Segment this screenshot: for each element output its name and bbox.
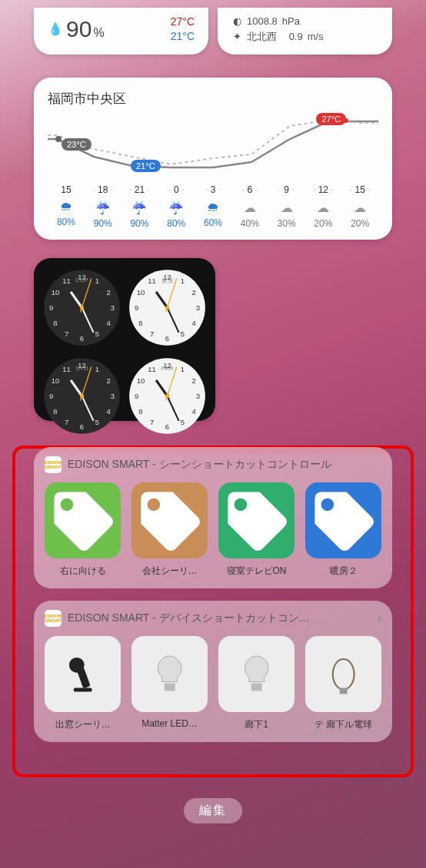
svg-text:2: 2 — [106, 288, 110, 297]
scene-label: 右に向ける — [45, 565, 121, 578]
weather-icon: ☁ — [341, 200, 378, 215]
svg-text:10: 10 — [52, 376, 60, 385]
temp-badge-high: 27°C — [316, 113, 346, 125]
temp-badge-now: 23°C — [62, 138, 92, 151]
precip-prob: 40% — [231, 218, 268, 229]
scene-shortcut-card[interactable]: EDISON SMART EDISON SMART - シーンショートカットコン… — [34, 447, 392, 588]
svg-text:10: 10 — [137, 376, 145, 385]
weather-icon: ☔ — [121, 200, 158, 215]
clock-city-label: 東京 — [127, 277, 208, 285]
hour-column: ・3・ 🌧 60% — [195, 184, 231, 229]
precip-prob: 90% — [85, 218, 121, 229]
chevron-right-icon[interactable]: › — [378, 611, 381, 625]
tag-icon — [218, 482, 295, 558]
temp-badge-low: 21°C — [131, 160, 161, 172]
svg-text:9: 9 — [49, 392, 53, 400]
world-clock: 121234567891011 PAR — [127, 354, 208, 438]
temp-low: 21 — [171, 30, 183, 42]
tag-icon — [131, 482, 208, 558]
svg-text:6: 6 — [165, 422, 169, 431]
svg-text:10: 10 — [137, 288, 145, 297]
svg-text:7: 7 — [150, 330, 154, 338]
svg-text:7: 7 — [65, 418, 68, 426]
humidity-unit: % — [93, 26, 104, 40]
precip-prob: 80% — [48, 217, 85, 227]
svg-text:5: 5 — [95, 330, 99, 338]
device-tile[interactable]: Matter LED… — [131, 636, 208, 731]
svg-text:3: 3 — [111, 303, 115, 312]
pressure-value: 1008.8 — [247, 14, 278, 29]
world-clock: 121234567891011 東京 — [127, 266, 208, 350]
svg-rect-74 — [165, 683, 175, 691]
hour-column: ・0・ ☔ 80% — [158, 184, 195, 229]
svg-text:6: 6 — [80, 422, 84, 431]
svg-text:3: 3 — [111, 392, 115, 400]
svg-text:4: 4 — [191, 319, 195, 327]
scene-tile[interactable]: 暖房２ — [305, 482, 381, 578]
svg-rect-77 — [340, 687, 348, 694]
device-label: 出窓シーリ… — [45, 718, 121, 731]
scene-tile[interactable]: 右に向ける — [45, 482, 121, 578]
svg-text:2: 2 — [191, 288, 195, 297]
forecast-card[interactable]: 福岡市中央区 23°C 21°C 27°C 15 🌧 80%・18・ ☔ 90%… — [34, 78, 392, 240]
hour-column: ・12・ ☁ 20% — [305, 184, 341, 229]
svg-point-53 — [80, 394, 84, 398]
svg-text:9: 9 — [135, 392, 138, 400]
world-clock-card[interactable]: 121234567891011 CUP121234567891011 東京121… — [34, 258, 215, 421]
device-label: Matter LED… — [131, 718, 208, 729]
scene-card-title: EDISON SMART - シーンショートカットコントロール — [68, 458, 331, 472]
svg-text:8: 8 — [53, 319, 57, 327]
scene-tiles-row: 右に向ける 会社シーリ… 寝室テレビON 暖房２ — [45, 482, 381, 578]
precip-prob: 20% — [341, 218, 378, 229]
svg-point-70 — [165, 394, 169, 398]
svg-text:3: 3 — [196, 392, 200, 400]
device-tile[interactable]: テ 廊下ル電球 — [305, 636, 381, 731]
svg-text:8: 8 — [53, 407, 57, 416]
device-tiles-row: 出窓シーリ… Matter LED… 廊下1 テ 廊下ル電球 — [45, 636, 381, 731]
hour-column: ・15・ ☁ 20% — [341, 184, 378, 229]
tag-icon — [305, 482, 381, 558]
location-name: 福岡市中央区 — [48, 90, 378, 108]
svg-point-19 — [80, 306, 84, 310]
world-clock: 121234567891011 CUP — [42, 266, 122, 350]
svg-text:8: 8 — [138, 407, 142, 416]
weather-icon: ☔ — [85, 200, 121, 215]
device-card-title: EDISON SMART - デバイスショートカットコン… — [68, 611, 310, 625]
clock-city-label: SYD — [42, 365, 122, 372]
scene-label: 寝室テレビON — [218, 565, 295, 578]
svg-text:4: 4 — [191, 407, 195, 416]
edison-logo-icon: EDISON SMART — [45, 456, 62, 473]
scene-tile[interactable]: 寝室テレビON — [218, 482, 295, 578]
humidity-card[interactable]: 💧 90 % 27°C 21°C — [34, 8, 208, 55]
device-shortcut-card[interactable]: EDISON SMART EDISON SMART - デバイスショートカットコ… — [34, 601, 392, 742]
edit-button[interactable]: 編集 — [184, 798, 242, 823]
weather-icon: ☁ — [268, 200, 305, 215]
device-tile[interactable]: 出窓シーリ… — [45, 636, 121, 731]
hour-column: ・9・ ☁ 30% — [268, 184, 305, 229]
device-icon — [45, 636, 121, 712]
svg-text:2: 2 — [106, 376, 110, 385]
edison-logo-icon: EDISON SMART — [45, 610, 62, 627]
svg-text:6: 6 — [80, 334, 84, 343]
svg-text:8: 8 — [138, 319, 142, 327]
svg-text:9: 9 — [49, 303, 53, 312]
hour-column: ・18・ ☔ 90% — [85, 184, 121, 229]
svg-text:9: 9 — [135, 303, 138, 312]
precip-prob: 30% — [268, 218, 305, 229]
scene-tile[interactable]: 会社シーリ… — [131, 482, 208, 578]
svg-text:5: 5 — [95, 418, 99, 426]
gauge-icon: ◐ — [231, 16, 242, 27]
precip-prob: 90% — [121, 218, 158, 229]
clock-city-label: CUP — [42, 277, 122, 283]
temp-range: 27°C 21°C — [171, 15, 195, 42]
svg-point-0 — [55, 136, 62, 142]
humidity-number: 90 — [66, 16, 92, 42]
weather-icon: 🌧 — [48, 200, 85, 214]
precip-prob: 80% — [158, 218, 195, 229]
pressure-wind-card[interactable]: ◐ 1008.8hPa ✦ 北北西 0.9m/s — [218, 8, 392, 55]
world-clock: 121234567891011 SYD — [42, 354, 122, 438]
wind-speed: 0.9 — [289, 29, 303, 45]
wind-direction: 北北西 — [247, 29, 277, 45]
temp-high: 27 — [171, 15, 183, 28]
device-tile[interactable]: 廊下1 — [218, 636, 295, 731]
